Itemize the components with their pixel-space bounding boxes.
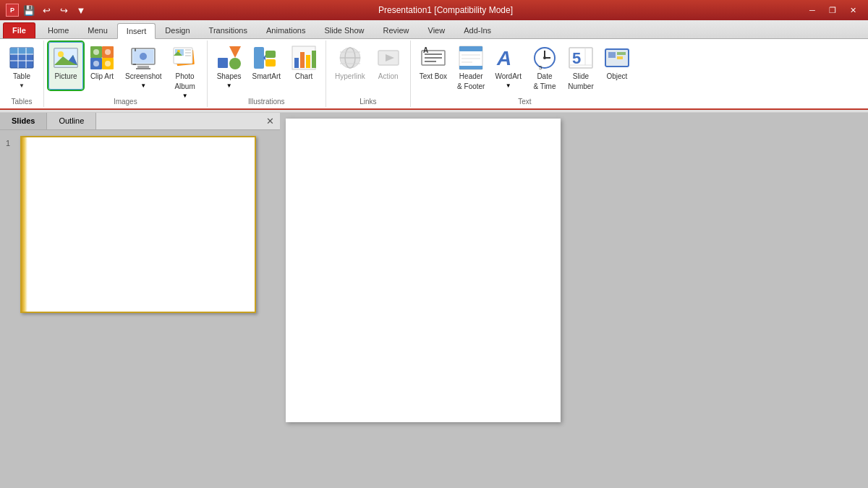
chart-button[interactable]: Chart bbox=[286, 42, 321, 90]
svg-point-15 bbox=[93, 49, 99, 55]
group-images-label: Images bbox=[48, 96, 203, 106]
svg-rect-34 bbox=[185, 55, 191, 56]
svg-rect-38 bbox=[254, 47, 264, 69]
group-text-label: Text bbox=[415, 96, 634, 106]
tab-addins[interactable]: Add-Ins bbox=[454, 22, 501, 38]
main-area: Slides Outline ✕ 1 bbox=[0, 113, 868, 488]
app-icon: P bbox=[6, 4, 19, 17]
svg-rect-77 bbox=[617, 52, 626, 55]
qat-more-button[interactable]: ▼ bbox=[74, 4, 88, 17]
group-links-content: Hyperlink Action bbox=[331, 42, 406, 96]
group-links: Hyperlink Action Links bbox=[326, 40, 411, 107]
svg-point-18 bbox=[105, 61, 111, 67]
headerfooter-button[interactable]: Header & Footer bbox=[453, 42, 489, 90]
svg-point-8 bbox=[58, 51, 64, 57]
canvas-area[interactable] bbox=[280, 113, 868, 488]
tab-insert[interactable]: Insert bbox=[117, 23, 156, 39]
slidenumber-label: Slide bbox=[573, 72, 589, 81]
picture-button[interactable]: Picture bbox=[48, 42, 83, 90]
tab-slideshow[interactable]: Slide Show bbox=[315, 22, 373, 38]
shapes-icon bbox=[216, 45, 242, 71]
hyperlink-label: Hyperlink bbox=[335, 72, 365, 81]
svg-rect-45 bbox=[306, 55, 310, 68]
screenshot-icon bbox=[130, 45, 156, 71]
tab-outline[interactable]: Outline bbox=[47, 113, 96, 129]
slidenumber-button[interactable]: 5 Slide Number bbox=[563, 42, 598, 90]
hyperlink-icon bbox=[337, 45, 363, 71]
slide-tabs: Slides Outline ✕ bbox=[0, 113, 280, 130]
wordart-icon: A bbox=[495, 45, 522, 71]
slides-list: 1 bbox=[0, 130, 280, 488]
svg-text:A: A bbox=[496, 47, 511, 69]
slide-panel-close[interactable]: ✕ bbox=[260, 113, 280, 129]
photoalbum-button[interactable]: Photo Album ▼ bbox=[168, 42, 203, 90]
svg-point-69 bbox=[543, 56, 546, 59]
group-images-content: Picture Clip Art bbox=[48, 42, 203, 96]
wordart-label: WordArt bbox=[495, 72, 522, 81]
tab-transitions[interactable]: Transitions bbox=[200, 22, 257, 38]
clipart-icon bbox=[89, 45, 115, 71]
tab-design[interactable]: Design bbox=[156, 22, 199, 38]
shapes-button[interactable]: Shapes ▼ bbox=[212, 42, 247, 90]
group-images: Picture Clip Art bbox=[44, 40, 208, 107]
shapes-label: Shapes bbox=[217, 72, 242, 81]
table-button[interactable]: Table ▼ bbox=[4, 42, 39, 90]
svg-rect-40 bbox=[265, 59, 276, 67]
tab-menu[interactable]: Menu bbox=[78, 22, 117, 38]
tab-view[interactable]: View bbox=[419, 22, 455, 38]
svg-rect-1 bbox=[10, 48, 33, 54]
datetime-icon: 5 bbox=[532, 45, 558, 71]
svg-text:A: A bbox=[423, 46, 428, 54]
tab-home[interactable]: Home bbox=[38, 22, 78, 38]
datetime-button[interactable]: 5 Date & Time bbox=[527, 42, 562, 90]
window-controls: ─ ❐ ✕ bbox=[803, 4, 862, 17]
textbox-button[interactable]: A Text Box bbox=[415, 42, 451, 90]
chart-icon bbox=[291, 45, 317, 71]
title-bar: P 💾 ↩ ↪ ▼ Presentation1 [Compatibility M… bbox=[0, 0, 868, 20]
ribbon-tabs: File Home Menu Insert Design Transitions… bbox=[0, 20, 868, 39]
slide-canvas[interactable] bbox=[286, 119, 561, 422]
clipart-button[interactable]: Clip Art bbox=[85, 42, 119, 90]
photoalbum-label2: Album bbox=[174, 82, 195, 91]
close-button[interactable]: ✕ bbox=[843, 4, 862, 17]
svg-point-23 bbox=[140, 53, 147, 60]
window-title: Presentation1 [Compatibility Mode] bbox=[88, 5, 803, 15]
slide-thumb-gradient bbox=[22, 137, 27, 312]
minimize-button[interactable]: ─ bbox=[803, 4, 822, 17]
tab-animations[interactable]: Animations bbox=[257, 22, 315, 38]
photoalbum-label: Photo bbox=[176, 72, 195, 81]
datetime-label: Date bbox=[537, 72, 552, 81]
group-text: A Text Box Header & Foo bbox=[411, 40, 639, 107]
wordart-button[interactable]: A WordArt ▼ bbox=[490, 42, 526, 90]
qat-save-button[interactable]: 💾 bbox=[22, 4, 36, 17]
tab-file[interactable]: File bbox=[3, 22, 35, 38]
object-label: Object bbox=[607, 72, 628, 81]
textbox-label: Text Box bbox=[420, 72, 447, 81]
object-icon bbox=[604, 45, 630, 71]
hyperlink-button[interactable]: Hyperlink bbox=[331, 42, 370, 90]
restore-button[interactable]: ❐ bbox=[823, 4, 842, 17]
picture-label: Picture bbox=[54, 72, 77, 81]
group-illustrations-content: Shapes ▼ SmartArt bbox=[212, 42, 321, 96]
slide-item-1: 1 bbox=[6, 136, 274, 313]
smartart-label: SmartArt bbox=[252, 72, 281, 81]
group-text-content: A Text Box Header & Foo bbox=[415, 42, 634, 96]
action-label: Action bbox=[378, 72, 399, 81]
screenshot-button[interactable]: Screenshot ▼ bbox=[121, 42, 166, 90]
chart-label: Chart bbox=[295, 72, 312, 81]
slide-thumbnail-1[interactable] bbox=[20, 136, 256, 313]
slidenumber-icon: 5 bbox=[568, 45, 594, 71]
action-button[interactable]: Action bbox=[371, 42, 406, 90]
group-tables-content: Table ▼ bbox=[4, 42, 39, 96]
clipart-label: Clip Art bbox=[90, 72, 114, 81]
svg-point-16 bbox=[105, 49, 111, 55]
object-button[interactable]: Object bbox=[600, 42, 634, 90]
tab-slides[interactable]: Slides bbox=[0, 113, 47, 129]
qat-redo-button[interactable]: ↪ bbox=[56, 4, 71, 17]
smartart-button[interactable]: SmartArt bbox=[248, 42, 285, 90]
tab-review[interactable]: Review bbox=[373, 22, 418, 38]
textbox-icon: A bbox=[420, 45, 446, 71]
qat-undo-button[interactable]: ↩ bbox=[39, 4, 54, 17]
action-icon bbox=[375, 45, 401, 71]
headerfooter-label2: & Footer bbox=[457, 82, 485, 91]
